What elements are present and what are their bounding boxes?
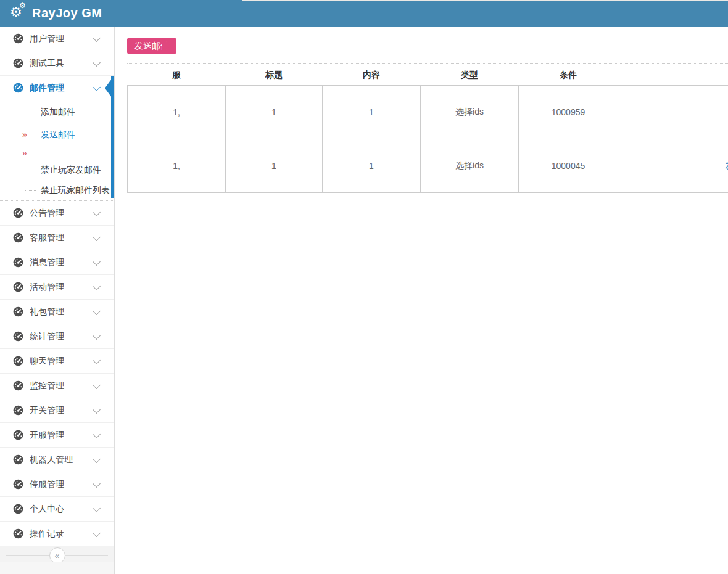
chevron-down-icon	[93, 529, 101, 537]
sidebar-item-gift-packs[interactable]: 礼包管理	[0, 300, 114, 324]
dashboard-gauge-icon	[13, 356, 23, 366]
send-link[interactable]: 发送	[726, 160, 728, 170]
sidebar-bottom-strip	[0, 562, 114, 574]
dashboard-gauge-icon	[13, 33, 23, 44]
dashboard-gauge-icon	[13, 430, 23, 440]
sidebar-item-messages[interactable]: 消息管理	[0, 250, 114, 275]
dashboard-gauge-icon	[13, 405, 23, 416]
chevron-down-icon	[93, 208, 101, 216]
sidebar-item-announcements[interactable]: 公告管理	[0, 201, 114, 226]
table-cell-condition: 1000045	[519, 139, 618, 193]
dashboard-gauge-icon	[13, 331, 23, 342]
table-row: 1, 1 1 选择ids 1000959	[128, 86, 728, 139]
table-cell-title: 1	[226, 86, 323, 139]
sidebar-collapse-button[interactable]: «	[49, 547, 65, 564]
top-edge-strip	[242, 0, 728, 1]
active-marker-icon: »	[22, 146, 27, 160]
tree-dash-icon	[25, 190, 36, 191]
sidebar-item-label: 停服管理	[30, 472, 64, 496]
tree-dash-icon	[25, 170, 36, 170]
table-cell-content: 1	[323, 139, 421, 193]
sidebar-item-label: 活动管理	[30, 275, 64, 299]
sidebar-item-robots[interactable]: 机器人管理	[0, 448, 114, 472]
dashboard-gauge-icon	[13, 306, 23, 317]
sidebar-item-users[interactable]: 用户管理	[0, 27, 114, 51]
submenu-item-send-mail[interactable]: » 发送邮件	[0, 123, 114, 146]
sidebar-item-label: 开关管理	[30, 398, 64, 422]
sidebar-item-server-stop[interactable]: 停服管理	[0, 472, 114, 497]
chevron-down-icon	[93, 356, 101, 364]
sidebar-item-customer-service[interactable]: 客服管理	[0, 226, 114, 250]
dashboard-gauge-icon	[13, 454, 23, 465]
sidebar-item-operation-logs[interactable]: 操作记录	[0, 522, 114, 546]
app-title: RayJoy GM	[32, 6, 102, 20]
dashboard-gauge-icon	[13, 504, 23, 514]
submenu-item-ban-player-send-mail[interactable]: 禁止玩家发邮件	[0, 160, 114, 179]
sidebar-item-label: 消息管理	[30, 250, 64, 274]
sidebar-item-label: 开服管理	[30, 423, 64, 447]
sidebar-item-activities[interactable]: 活动管理	[0, 275, 114, 300]
table-cell-server: 1,	[128, 86, 226, 139]
sidebar-nav: 用户管理 测试工具 邮件管理 添加邮件 » 发送邮件 » 禁止玩家发邮件 禁止	[0, 27, 115, 574]
submenu-item-empty[interactable]: »	[0, 146, 114, 160]
table-header-row: 服 标题 内容 类型 条件	[128, 65, 728, 86]
top-header-bar: ⚙ ⚙ RayJoy GM	[0, 0, 728, 27]
chevron-down-icon	[93, 430, 101, 438]
table-cell-server: 1,	[128, 139, 226, 193]
gear-small-icon: ⚙	[19, 2, 26, 9]
sidebar-item-server-open[interactable]: 开服管理	[0, 423, 114, 448]
chevron-down-icon	[93, 381, 101, 389]
table-cell-type: 选择ids	[421, 139, 519, 193]
sidebar-item-label: 监控管理	[30, 374, 64, 398]
sidebar-item-personal-center[interactable]: 个人中心	[0, 497, 114, 522]
chevron-down-icon	[93, 455, 101, 463]
table-cell-content: 1	[323, 86, 421, 139]
chevron-down-icon	[93, 258, 101, 266]
chevron-down-icon	[93, 332, 101, 340]
submenu-item-label: 禁止玩家邮件列表	[41, 179, 110, 200]
column-header-condition: 条件	[519, 65, 618, 86]
sidebar-item-label: 邮件管理	[30, 76, 64, 100]
sidebar-item-label: 个人中心	[30, 497, 64, 521]
dotted-divider	[127, 63, 728, 64]
table-cell-title: 1	[226, 139, 323, 193]
column-header-title: 标题	[226, 65, 323, 86]
sidebar-item-test-tools[interactable]: 测试工具	[0, 51, 114, 76]
app-logo-cogs-icon: ⚙ ⚙	[10, 5, 31, 22]
table-cell-extra: 发送	[618, 139, 728, 193]
sidebar-item-chat[interactable]: 聊天管理	[0, 349, 114, 374]
sidebar-item-label: 测试工具	[30, 51, 64, 75]
sidebar-item-statistics[interactable]: 统计管理	[0, 324, 114, 349]
sidebar-item-label: 礼包管理	[30, 300, 64, 324]
chevron-down-icon	[93, 233, 101, 241]
chevron-down-icon	[93, 282, 101, 290]
content-area: 发送邮件 服 标题 内容 类型 条件 1, 1 1 选择ids 1000959	[115, 27, 728, 574]
column-header-server: 服	[128, 65, 226, 86]
chevron-down-icon	[93, 83, 101, 91]
sidebar-item-label: 机器人管理	[30, 448, 73, 472]
chevron-down-icon	[93, 307, 101, 315]
dashboard-gauge-icon	[13, 58, 23, 68]
submenu-item-banned-player-mail-list[interactable]: 禁止玩家邮件列表	[0, 179, 114, 201]
sidebar-item-switches[interactable]: 开关管理	[0, 398, 114, 423]
chevron-down-icon	[93, 480, 101, 488]
chevron-down-icon	[93, 59, 101, 67]
tree-dash-icon	[25, 112, 36, 112]
sidebar-item-mail[interactable]: 邮件管理	[0, 76, 114, 100]
column-header-content: 内容	[323, 65, 421, 86]
table-row: 1, 1 1 选择ids 1000045 发送	[128, 139, 728, 193]
mail-table: 服 标题 内容 类型 条件 1, 1 1 选择ids 1000959 1, 1 …	[127, 65, 728, 193]
column-header-type: 类型	[421, 65, 519, 86]
dashboard-gauge-icon	[13, 479, 23, 490]
dashboard-gauge-icon	[13, 83, 23, 93]
sidebar-item-label: 用户管理	[30, 27, 64, 51]
sidebar-item-label: 操作记录	[30, 522, 64, 546]
sidebar-item-monitoring[interactable]: 监控管理	[0, 374, 114, 398]
sidebar-item-label: 聊天管理	[30, 349, 64, 373]
mail-submenu: 添加邮件 » 发送邮件 » 禁止玩家发邮件 禁止玩家邮件列表	[0, 100, 114, 201]
sidebar-item-label: 客服管理	[30, 226, 64, 250]
chevron-down-icon	[93, 34, 101, 42]
submenu-item-add-mail[interactable]: 添加邮件	[0, 100, 114, 123]
active-section-notch-icon	[105, 79, 112, 97]
submenu-item-label: 发送邮件	[41, 123, 75, 146]
